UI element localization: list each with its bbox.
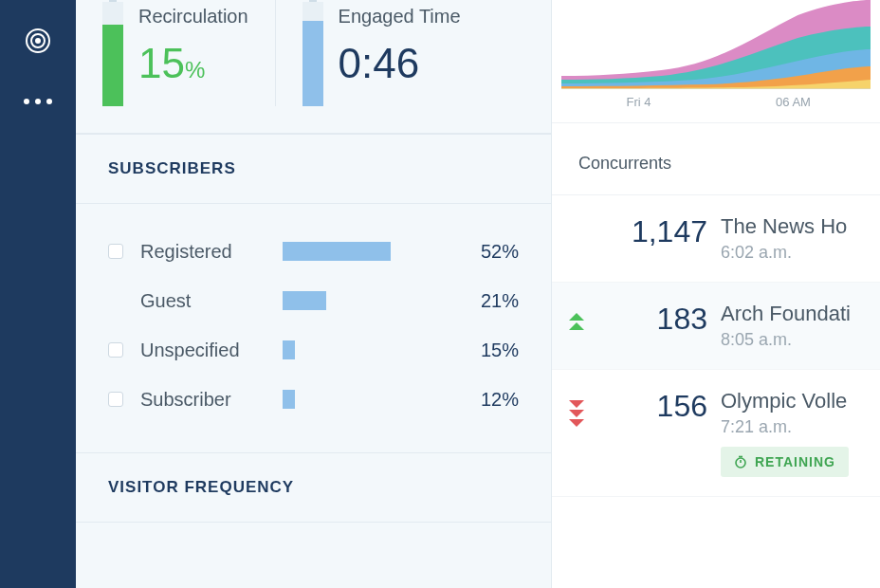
sidebar: [0, 0, 76, 588]
checkbox-icon[interactable]: [108, 392, 123, 407]
engaged-value: 0:46: [339, 43, 461, 84]
subscriber-label: Subscriber: [140, 389, 283, 411]
subscriber-label: Registered: [140, 241, 283, 263]
subscriber-row[interactable]: Subscriber12%: [108, 375, 519, 424]
engaged-bar: [302, 2, 323, 106]
checkbox-icon[interactable]: [108, 342, 123, 358]
subscriber-row[interactable]: Unspecified15%: [108, 325, 519, 375]
trend-up-icon: [563, 311, 590, 334]
engaged-label: Engaged Time: [339, 6, 461, 28]
subscriber-pct: 12%: [481, 389, 519, 411]
target-icon[interactable]: [24, 27, 52, 55]
area-chart-svg: [561, 0, 871, 89]
svg-point-2: [36, 39, 40, 43]
article-concurrents: 183: [603, 302, 707, 337]
article-row[interactable]: 1,147The News Ho6:02 a.m.: [552, 195, 880, 283]
article-time: 6:02 a.m.: [721, 243, 880, 263]
article-row[interactable]: 183Arch Foundati8:05 a.m.: [552, 283, 880, 370]
concurrents-list: 1,147The News Ho6:02 a.m.183Arch Foundat…: [552, 195, 880, 497]
subscriber-bar: [283, 390, 425, 409]
subscriber-bar: [283, 242, 425, 261]
article-time: 7:21 a.m.: [721, 417, 880, 437]
article-concurrents: 1,147: [603, 214, 707, 249]
subscriber-row[interactable]: Guest21%: [108, 276, 519, 325]
concurrents-header: Concurrents: [552, 129, 880, 195]
subscriber-row[interactable]: Registered52%: [108, 227, 519, 276]
trend-down-icon: [563, 398, 590, 427]
left-panel: Recirculation 15% Engaged Time 0:46 SUBS…: [76, 0, 552, 588]
visitor-frequency-header: VISITOR FREQUENCY: [76, 452, 551, 523]
article-title: Arch Foundati: [721, 302, 880, 326]
retaining-badge: RETAINING: [721, 447, 849, 477]
recirculation-value: 15%: [138, 43, 248, 84]
article-time: 8:05 a.m.: [721, 330, 880, 350]
right-panel: Fri 4 06 AM Concurrents 1,147The News Ho…: [552, 0, 880, 588]
more-icon[interactable]: [24, 99, 52, 104]
subscriber-pct: 15%: [481, 340, 519, 361]
metric-recirculation: Recirculation 15%: [76, 0, 275, 106]
xaxis-tick: Fri 4: [561, 95, 716, 109]
recirculation-label: Recirculation: [138, 6, 248, 28]
article-title: Olympic Volle: [721, 389, 880, 413]
chart-xaxis: Fri 4 06 AM: [561, 89, 871, 109]
traffic-chart: Fri 4 06 AM: [552, 0, 880, 123]
subscriber-pct: 52%: [481, 241, 519, 263]
subscriber-bar: [283, 340, 425, 359]
checkbox-icon[interactable]: [108, 244, 123, 259]
article-row[interactable]: 156Olympic Volle7:21 a.m.RETAINING: [552, 370, 880, 497]
article-title: The News Ho: [721, 214, 880, 239]
xaxis-tick: 06 AM: [716, 95, 871, 109]
metric-engaged-time: Engaged Time 0:46: [275, 0, 487, 106]
subscriber-label: Unspecified: [140, 340, 283, 361]
metrics-row: Recirculation 15% Engaged Time 0:46: [76, 0, 551, 134]
recirculation-bar: [102, 2, 123, 106]
subscribers-list: Registered52%Guest21%Unspecified15%Subsc…: [76, 204, 551, 452]
stopwatch-icon: [734, 455, 747, 469]
subscribers-header: SUBSCRIBERS: [76, 134, 551, 204]
article-concurrents: 156: [603, 389, 707, 424]
subscriber-label: Guest: [140, 290, 283, 312]
subscriber-pct: 21%: [481, 290, 519, 312]
subscriber-bar: [283, 291, 425, 310]
